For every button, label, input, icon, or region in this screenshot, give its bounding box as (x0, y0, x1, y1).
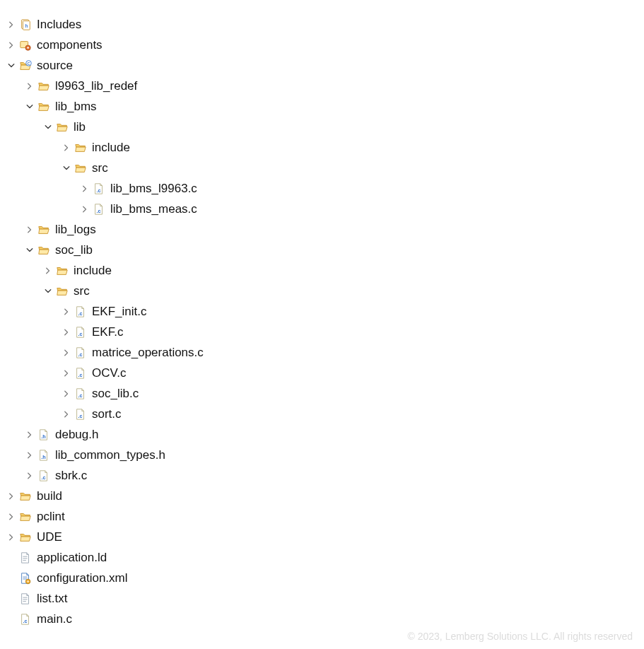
tree-item[interactable]: lib_common_types.h (6, 445, 644, 465)
expand-arrow-icon[interactable] (6, 511, 17, 522)
tree-item-label: soc_lib.c (92, 387, 139, 401)
c-file-icon (74, 387, 88, 401)
collapse-arrow-icon[interactable] (42, 286, 54, 297)
expand-arrow-icon[interactable] (61, 142, 72, 153)
c-file-icon (74, 346, 88, 360)
tree-item[interactable]: pclint (6, 506, 644, 527)
tree-item[interactable]: list.txt (6, 588, 644, 609)
tree-item[interactable]: Includes (6, 14, 644, 35)
tree-item[interactable]: src (6, 158, 644, 178)
tree-item-label: pclint (37, 510, 65, 524)
tree-item-label: components (37, 38, 103, 52)
expand-arrow-icon[interactable] (61, 368, 72, 379)
expand-arrow-icon[interactable] (24, 470, 35, 481)
component-icon (18, 38, 33, 52)
expand-arrow-icon[interactable] (61, 388, 72, 399)
collapse-arrow-icon[interactable] (6, 60, 17, 71)
tree-item[interactable]: build (6, 486, 644, 506)
tree-item[interactable]: soc_lib (6, 240, 644, 260)
tree-item[interactable]: src (6, 281, 644, 301)
folder-icon (55, 120, 69, 134)
tree-item-label: lib_bms (55, 100, 97, 114)
tree-item-label: matrice_operations.c (92, 346, 204, 360)
expand-arrow-icon[interactable] (24, 224, 35, 235)
tree-item-label: lib_logs (55, 223, 96, 237)
expand-arrow-icon[interactable] (24, 450, 35, 461)
h-file-icon (37, 428, 51, 442)
tree-item-label: include (74, 264, 112, 278)
tree-item[interactable]: configuration.xml (6, 568, 644, 588)
expand-arrow-icon[interactable] (79, 204, 90, 215)
tree-item-label: lib (74, 120, 86, 134)
expand-arrow-icon[interactable] (6, 491, 17, 502)
tree-item-label: lib_common_types.h (55, 448, 165, 462)
tree-item-label: sort.c (92, 407, 122, 421)
tree-item[interactable]: application.ld (6, 547, 644, 568)
tree-item[interactable]: main.c (6, 609, 644, 629)
tree-item-label: soc_lib (55, 243, 93, 257)
folder-icon (37, 100, 51, 114)
c-file-icon (92, 182, 106, 196)
tree-item[interactable]: UDE (6, 527, 644, 547)
tree-item[interactable]: l9963_lib_redef (6, 76, 644, 96)
tree-item[interactable]: lib_bms_meas.c (6, 199, 644, 219)
expand-arrow-icon[interactable] (42, 265, 54, 276)
tree-item[interactable]: OCV.c (6, 363, 644, 383)
folder-icon (55, 284, 69, 298)
expand-arrow-icon[interactable] (61, 409, 72, 420)
collapse-arrow-icon[interactable] (24, 101, 35, 112)
tree-item-label: sbrk.c (55, 469, 87, 483)
tree-item-label: l9963_lib_redef (55, 79, 137, 93)
project-tree[interactable]: Includescomponentssourcel9963_lib_redefl… (0, 0, 644, 629)
expand-arrow-icon[interactable] (61, 327, 72, 338)
folder-icon (55, 264, 69, 278)
no-arrow (6, 573, 17, 584)
folder-icon (74, 141, 88, 155)
expand-arrow-icon[interactable] (61, 306, 72, 317)
folder-icon (18, 489, 33, 503)
tree-item[interactable]: EKF_init.c (6, 301, 644, 322)
tree-item[interactable]: include (6, 260, 644, 281)
copyright-footer: © 2023, Lemberg Solutions LLC. All right… (408, 631, 633, 642)
c-file-icon (74, 366, 88, 380)
folder-icon (37, 223, 51, 237)
text-file-icon (18, 551, 33, 565)
collapse-arrow-icon[interactable] (24, 245, 35, 256)
expand-arrow-icon[interactable] (24, 81, 35, 92)
tree-item-label: EKF_init.c (92, 305, 146, 319)
no-arrow (6, 552, 17, 563)
collapse-arrow-icon[interactable] (42, 122, 54, 133)
expand-arrow-icon[interactable] (6, 532, 17, 543)
expand-arrow-icon[interactable] (79, 183, 90, 194)
tree-item[interactable]: lib_bms (6, 96, 644, 117)
tree-item-label: configuration.xml (37, 571, 128, 585)
tree-item[interactable]: EKF.c (6, 322, 644, 342)
tree-item[interactable]: matrice_operations.c (6, 342, 644, 363)
expand-arrow-icon[interactable] (6, 19, 17, 30)
tree-item-label: UDE (37, 530, 62, 544)
tree-item[interactable]: lib_logs (6, 219, 644, 240)
c-file-icon (74, 325, 88, 339)
c-file-icon (74, 305, 88, 319)
folder-icon (37, 243, 51, 257)
tree-item[interactable]: lib (6, 117, 644, 137)
expand-arrow-icon[interactable] (24, 429, 35, 440)
config-file-icon (18, 571, 33, 585)
source-folder-icon (18, 59, 33, 73)
tree-item-label: main.c (37, 612, 72, 626)
tree-item-label: application.ld (37, 551, 107, 565)
h-file-icon (37, 448, 51, 462)
tree-item[interactable]: include (6, 137, 644, 158)
tree-item[interactable]: sbrk.c (6, 465, 644, 486)
tree-item[interactable]: components (6, 35, 644, 55)
c-file-icon (37, 469, 51, 483)
includes-icon (18, 18, 33, 32)
tree-item[interactable]: soc_lib.c (6, 383, 644, 404)
expand-arrow-icon[interactable] (61, 347, 72, 358)
tree-item[interactable]: sort.c (6, 404, 644, 424)
tree-item[interactable]: lib_bms_l9963.c (6, 178, 644, 199)
expand-arrow-icon[interactable] (6, 40, 17, 51)
collapse-arrow-icon[interactable] (61, 163, 72, 174)
tree-item[interactable]: source (6, 55, 644, 76)
tree-item[interactable]: debug.h (6, 424, 644, 445)
